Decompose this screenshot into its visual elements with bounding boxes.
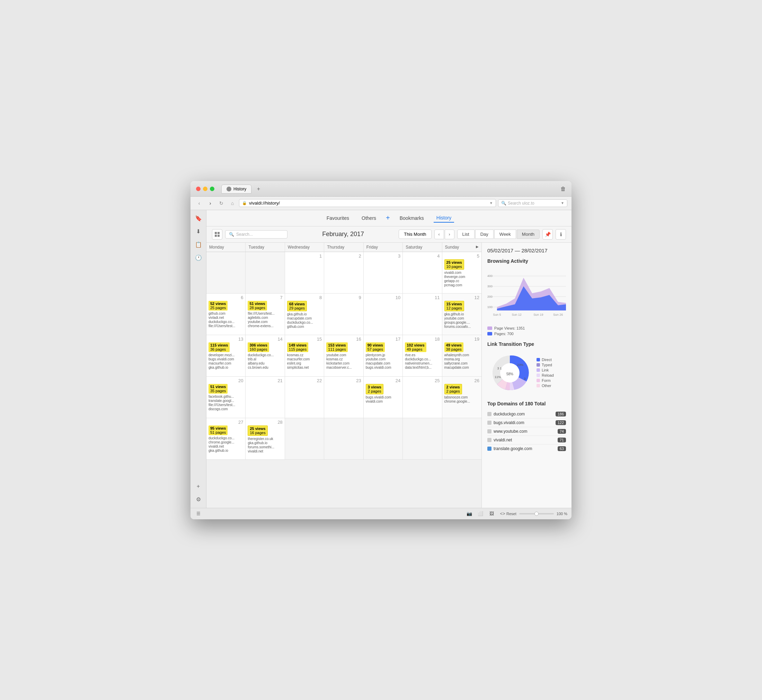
list-item[interactable]: vivaldi.net71 <box>487 436 566 445</box>
calendar-cell[interactable]: 13115 views36 pagesdeveloper.mozi...bugs… <box>207 335 246 377</box>
image-icon[interactable]: 🖼 <box>488 510 495 517</box>
day-number: 27 <box>208 420 243 425</box>
view-list-button[interactable]: List <box>457 230 474 239</box>
calendar-cell[interactable]: 2795 views51 pagesduckduckgo.co...chrome… <box>207 418 246 460</box>
calendar-search[interactable]: 🔍 Search... <box>225 230 288 239</box>
camera-icon[interactable]: 📷 <box>466 510 473 517</box>
reload-button[interactable]: ↻ <box>217 199 226 208</box>
calendar-cell[interactable]: 4 <box>403 252 442 294</box>
calendar-cell[interactable]: 1949 views38 pageswhalesynth.commoma.org… <box>442 335 482 377</box>
calendar-cell[interactable]: 25 <box>403 377 442 418</box>
sidebar-toggle-icon[interactable]: ☰ <box>195 510 202 517</box>
calendar-cell[interactable]: 868 views29 pagesgka.github.iomacupdate.… <box>285 294 324 335</box>
calendar-cell[interactable]: 525 views10 pagesvivaldi.comtheverge.com… <box>442 252 482 294</box>
address-dropdown-arrow[interactable]: ▼ <box>490 201 493 205</box>
calendar-cell[interactable] <box>403 418 442 460</box>
collapse-icon[interactable]: ▶ <box>476 245 479 248</box>
list-item[interactable]: www.youtube.com74 <box>487 427 566 436</box>
list-item[interactable]: bugs.vivaldi.com122 <box>487 419 566 427</box>
calendar-cell[interactable]: 23 <box>324 377 363 418</box>
calendar-cell[interactable]: 751 views28 pagesfile:///Users/test...ag… <box>246 294 285 335</box>
nav-history[interactable]: History <box>433 214 454 223</box>
view-week-button[interactable]: Week <box>494 230 516 239</box>
back-button[interactable]: ‹ <box>195 199 203 208</box>
nav-bookmarks[interactable]: Bookmarks <box>397 214 427 222</box>
tab-history[interactable]: History <box>221 184 252 194</box>
calendar-cell[interactable]: 18102 views49 pagesrtve.esduckduckgo.co.… <box>403 335 442 377</box>
view-month-button[interactable]: Month <box>517 230 540 239</box>
close-button[interactable] <box>196 187 200 191</box>
calendar-cell[interactable] <box>364 418 403 460</box>
legend-other-color <box>537 384 540 388</box>
pin-icon[interactable]: 📌 <box>542 229 553 239</box>
calendar-cell[interactable]: 11 <box>403 294 442 335</box>
search-bar[interactable]: 🔍 Search uloz.to ▼ <box>498 199 567 207</box>
zoom-handle[interactable] <box>534 512 538 516</box>
calendar-cell[interactable]: 10 <box>364 294 403 335</box>
calendar-cell[interactable]: 1215 views12 pagesgka.github.ioyoutube.c… <box>442 294 482 335</box>
calendar-cell[interactable]: 2825 views16 pagestheregister.co.ukgka.g… <box>246 418 285 460</box>
calendar-cell[interactable] <box>246 252 285 294</box>
day-domain: getapp.cc <box>444 279 479 283</box>
sidebar-download-icon[interactable]: ⬇ <box>193 226 204 237</box>
calendar-cell[interactable] <box>285 418 324 460</box>
calendar-cell[interactable] <box>442 418 482 460</box>
calendar-cell[interactable]: 262 views2 pagestabsnooze.comchrome.goog… <box>442 377 482 418</box>
forward-button[interactable]: › <box>206 199 215 208</box>
view-day-button[interactable]: Day <box>475 230 494 239</box>
legend-other: Other <box>537 384 554 388</box>
reset-button[interactable]: Reset <box>506 512 516 516</box>
calendar-cell[interactable]: 22 <box>285 377 324 418</box>
calendar-cell[interactable]: 1790 views57 pagesplentycom.jpyoutube.co… <box>364 335 403 377</box>
header-thursday: Thursday <box>324 243 363 252</box>
new-tab-button[interactable]: + <box>254 185 263 193</box>
grid-view-icon[interactable] <box>212 229 222 239</box>
search-dropdown-arrow[interactable]: ▼ <box>561 201 564 205</box>
minimize-button[interactable] <box>203 187 208 191</box>
next-month-button[interactable]: › <box>445 230 454 239</box>
prev-month-button[interactable]: ‹ <box>434 230 444 239</box>
zoom-area: Reset 100 % <box>506 512 567 516</box>
calendar-cell[interactable]: 14306 views160 pagesduckduckgo.co...trib… <box>246 335 285 377</box>
calendar-cell[interactable]: 1 <box>285 252 324 294</box>
calendar-cell[interactable] <box>324 418 363 460</box>
calendar-cell[interactable]: 16153 views111 pagesyoutube.comkosmas.cz… <box>324 335 363 377</box>
calendar-section: Monday Tuesday Wednesday Thursday Friday… <box>207 243 571 508</box>
home-button[interactable]: ⌂ <box>228 199 237 208</box>
calendar-cell[interactable]: 2051 views35 pagesfacebook.githu...trans… <box>207 377 246 418</box>
sidebar-bookmark-icon[interactable]: 🔖 <box>193 213 204 224</box>
info-icon[interactable]: ℹ <box>555 229 566 239</box>
sidebar-history-icon[interactable]: 🕐 <box>193 252 204 264</box>
day-number: 14 <box>248 336 282 342</box>
maximize-button[interactable] <box>210 187 214 191</box>
sidebar-notes-icon[interactable]: 📋 <box>193 239 204 250</box>
nav-others[interactable]: Others <box>359 214 379 222</box>
address-bar[interactable]: 🔒 vivaldi://history/ ▼ <box>239 199 496 207</box>
this-month-button[interactable]: This Month <box>399 230 431 239</box>
code-icon[interactable]: <> <box>499 510 506 517</box>
calendar-cell[interactable]: 21 <box>246 377 285 418</box>
calendar-cell[interactable]: 2 <box>324 252 363 294</box>
calendar-cell[interactable]: 652 views25 pagesgithub.comvivladi.netdu… <box>207 294 246 335</box>
zoom-slider[interactable] <box>519 513 554 514</box>
sidebar-settings-icon[interactable]: ⚙ <box>193 494 204 505</box>
nav-plus[interactable]: + <box>386 214 390 222</box>
sidebar-add-icon[interactable]: + <box>193 481 204 492</box>
calendar-cell[interactable]: 15149 views115 pageskosmas.czmacsurfer.c… <box>285 335 324 377</box>
list-item[interactable]: translate.google.com63 <box>487 445 566 453</box>
domain-name: bugs.vivaldi.com <box>487 420 524 425</box>
donut-chart: 23% 3 1 11% 58% 3 <box>487 350 532 395</box>
day-domain: rtve.es <box>405 353 440 357</box>
day-number: 21 <box>248 378 282 383</box>
nav-favourites[interactable]: Favourites <box>324 214 352 222</box>
calendar-cell[interactable] <box>207 252 246 294</box>
zoom-percentage: 100 % <box>557 512 567 516</box>
window-icon[interactable]: ⬜ <box>477 510 484 517</box>
list-item[interactable]: duckduckgo.com186 <box>487 410 566 419</box>
calendar-cell[interactable]: 9 <box>324 294 363 335</box>
day-stats: 2 views2 pages <box>444 384 462 394</box>
calendar-cell[interactable]: 3 <box>364 252 403 294</box>
calendar-cell[interactable]: 243 views2 pagesbugs.vivaldi.comvivaldi.… <box>364 377 403 418</box>
calendar-header: Monday Tuesday Wednesday Thursday Friday… <box>207 243 482 252</box>
trash-icon[interactable]: 🗑 <box>560 186 566 192</box>
